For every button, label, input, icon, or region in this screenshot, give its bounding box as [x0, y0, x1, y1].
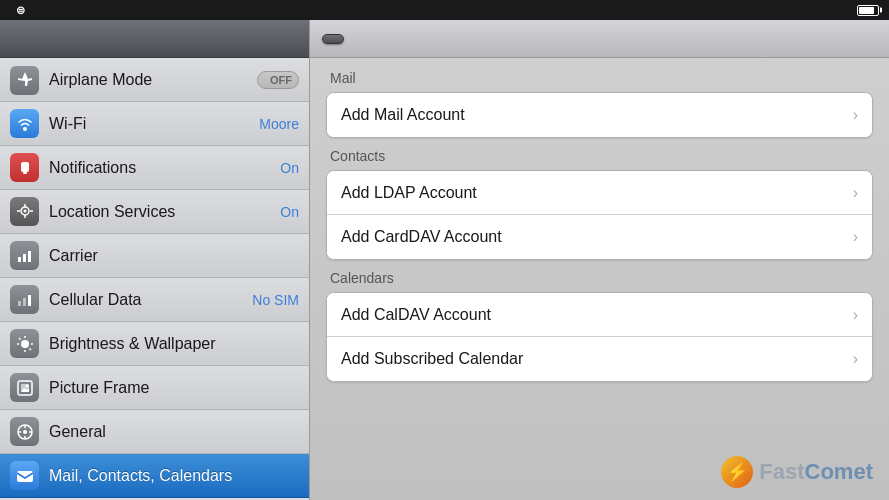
- svg-rect-14: [28, 295, 31, 306]
- sidebar-icon-cellular-data: [10, 285, 39, 314]
- sidebar-item-cellular-data[interactable]: Cellular DataNo SIM: [0, 278, 309, 322]
- sidebar-header: [0, 20, 309, 58]
- svg-rect-2: [23, 172, 27, 174]
- sidebar-items: Airplane ModeOFFWi-FiMooreNotificationsO…: [0, 58, 309, 500]
- sidebar-item-wifi[interactable]: Wi-FiMoore: [0, 102, 309, 146]
- watermark-text: FastComet: [759, 459, 873, 485]
- sidebar-item-location-services[interactable]: Location ServicesOn: [0, 190, 309, 234]
- sidebar-item-label-notifications: Notifications: [49, 159, 280, 177]
- list-row-add-ldap-account[interactable]: Add LDAP Account›: [327, 171, 872, 215]
- sidebar-item-picture-frame[interactable]: Picture Frame: [0, 366, 309, 410]
- svg-point-24: [25, 384, 28, 387]
- badge-cellular-data: No SIM: [252, 292, 299, 308]
- sidebar-icon-notifications: [10, 153, 39, 182]
- sidebar-icon-airplane-mode: [10, 66, 39, 95]
- sidebar-icon-general: [10, 417, 39, 446]
- badge-notifications: On: [280, 160, 299, 176]
- badge-location-services: On: [280, 204, 299, 220]
- list-row-add-carddav-account[interactable]: Add CardDAV Account›: [327, 215, 872, 259]
- sidebar-item-label-brightness-wallpaper: Brightness & Wallpaper: [49, 335, 299, 353]
- svg-point-0: [23, 127, 27, 131]
- chevron-icon-add-mail-account: ›: [853, 106, 858, 124]
- svg-point-15: [21, 340, 29, 348]
- sidebar-item-airplane-mode[interactable]: Airplane ModeOFF: [0, 58, 309, 102]
- svg-point-4: [23, 209, 26, 212]
- sidebar-item-label-airplane-mode: Airplane Mode: [49, 71, 257, 89]
- sidebar-icon-location-services: [10, 197, 39, 226]
- svg-rect-31: [17, 471, 33, 482]
- battery-icon: [857, 5, 879, 16]
- badge-wifi: Moore: [259, 116, 299, 132]
- add-account-button[interactable]: [322, 34, 344, 44]
- list-row-label-add-subscribed-calendar: Add Subscribed Calendar: [341, 350, 853, 368]
- content-body: MailAdd Mail Account›ContactsAdd LDAP Ac…: [310, 58, 889, 500]
- list-row-label-add-ldap-account: Add LDAP Account: [341, 184, 853, 202]
- sidebar-item-mail-contacts-calendars[interactable]: Mail, Contacts, Calendars: [0, 454, 309, 498]
- list-group-mail: Add Mail Account›: [326, 92, 873, 138]
- list-row-add-subscribed-calendar[interactable]: Add Subscribed Calendar›: [327, 337, 872, 381]
- svg-rect-11: [28, 251, 31, 262]
- sidebar-item-notifications[interactable]: NotificationsOn: [0, 146, 309, 190]
- svg-rect-1: [21, 162, 29, 172]
- watermark-icon: ⚡: [721, 456, 753, 488]
- svg-rect-12: [18, 301, 21, 306]
- sidebar-item-label-general: General: [49, 423, 299, 441]
- watermark: ⚡ FastComet: [721, 456, 873, 488]
- sidebar-item-brightness-wallpaper[interactable]: Brightness & Wallpaper: [0, 322, 309, 366]
- chevron-icon-add-caldav-account: ›: [853, 306, 858, 324]
- svg-rect-13: [23, 298, 26, 306]
- list-group-contacts: Add LDAP Account›Add CardDAV Account›: [326, 170, 873, 260]
- sidebar-item-general[interactable]: General: [0, 410, 309, 454]
- content-area: MailAdd Mail Account›ContactsAdd LDAP Ac…: [310, 20, 889, 500]
- sidebar-item-label-location-services: Location Services: [49, 203, 280, 221]
- sidebar-item-carrier[interactable]: Carrier: [0, 234, 309, 278]
- list-group-calendars: Add CalDAV Account›Add Subscribed Calend…: [326, 292, 873, 382]
- section-label-mail: Mail: [326, 70, 873, 86]
- section-label-contacts: Contacts: [326, 148, 873, 164]
- svg-rect-10: [23, 254, 26, 262]
- svg-rect-9: [18, 257, 21, 262]
- svg-line-20: [19, 338, 21, 340]
- sidebar-item-label-wifi: Wi-Fi: [49, 115, 259, 133]
- wifi-icon: ⊜: [16, 4, 25, 17]
- chevron-icon-add-ldap-account: ›: [853, 184, 858, 202]
- chevron-icon-add-subscribed-calendar: ›: [853, 350, 858, 368]
- content-header: [310, 20, 889, 58]
- svg-line-21: [29, 348, 31, 350]
- section-label-calendars: Calendars: [326, 270, 873, 286]
- list-row-label-add-mail-account: Add Mail Account: [341, 106, 853, 124]
- sidebar-item-label-cellular-data: Cellular Data: [49, 291, 252, 309]
- toggle-airplane-mode[interactable]: OFF: [257, 71, 299, 89]
- svg-point-26: [23, 430, 27, 434]
- sidebar-icon-brightness-wallpaper: [10, 329, 39, 358]
- sidebar-item-label-mail-contacts-calendars: Mail, Contacts, Calendars: [49, 467, 299, 485]
- sidebar-icon-mail-contacts-calendars: [10, 461, 39, 490]
- list-row-label-add-caldav-account: Add CalDAV Account: [341, 306, 853, 324]
- status-bar: ⊜: [0, 0, 889, 20]
- sidebar-icon-wifi: [10, 109, 39, 138]
- list-row-label-add-carddav-account: Add CardDAV Account: [341, 228, 853, 246]
- chevron-icon-add-carddav-account: ›: [853, 228, 858, 246]
- sidebar: Airplane ModeOFFWi-FiMooreNotificationsO…: [0, 20, 310, 500]
- list-row-add-caldav-account[interactable]: Add CalDAV Account›: [327, 293, 872, 337]
- list-row-add-mail-account[interactable]: Add Mail Account›: [327, 93, 872, 137]
- sidebar-icon-picture-frame: [10, 373, 39, 402]
- sidebar-icon-carrier: [10, 241, 39, 270]
- sidebar-item-label-carrier: Carrier: [49, 247, 299, 265]
- sidebar-item-label-picture-frame: Picture Frame: [49, 379, 299, 397]
